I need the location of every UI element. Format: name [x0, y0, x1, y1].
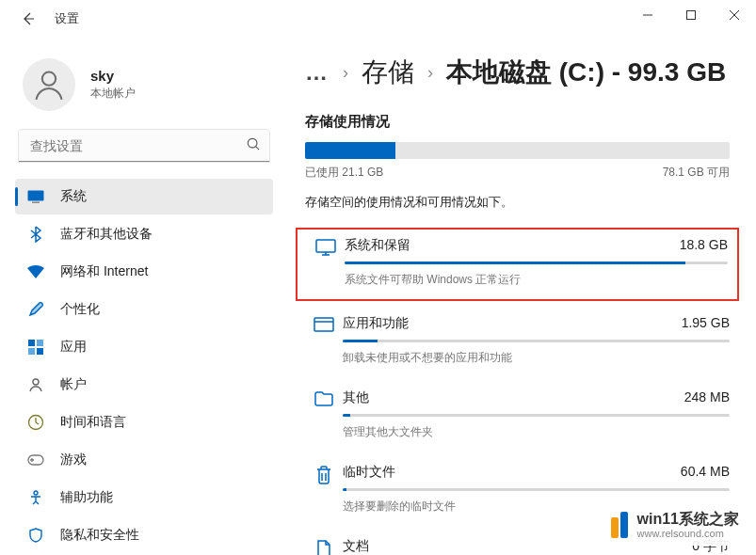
category-title: 文档: [343, 538, 369, 555]
nav-item-bluetooth[interactable]: 蓝牙和其他设备: [15, 216, 273, 252]
svg-rect-8: [37, 348, 43, 355]
category-title: 系统和保留: [345, 237, 410, 254]
system-icon: [26, 187, 45, 206]
account-icon: [26, 375, 45, 394]
watermark: win11系统之家 www.relsound.com: [607, 505, 743, 546]
arrow-left-icon: [21, 11, 36, 26]
total-labels: 已使用 21.1 GB 78.1 GB 可用: [305, 165, 730, 181]
brush-icon: [26, 300, 45, 319]
user-name: sky: [90, 68, 136, 84]
search-wrap: [19, 130, 269, 162]
svg-point-12: [34, 491, 38, 495]
clock-globe-icon: [26, 413, 45, 432]
nav: 系统 蓝牙和其他设备 网络和 Internet 个性化 应用 帐户: [15, 179, 273, 553]
apps-features-icon: [305, 315, 343, 366]
apps-icon: [26, 338, 45, 357]
minimize-icon: [643, 10, 652, 20]
accessibility-icon: [26, 488, 45, 507]
nav-item-personalization[interactable]: 个性化: [15, 292, 273, 327]
svg-point-1: [42, 72, 56, 86]
nav-label: 隐私和安全性: [60, 527, 139, 544]
nav-label: 辅助功能: [60, 489, 113, 506]
nav-item-system[interactable]: 系统: [15, 179, 273, 214]
watermark-logo: [611, 512, 628, 538]
user-subtitle: 本地帐户: [90, 86, 136, 102]
category-apps-features[interactable]: 应用和功能1.95 GB 卸载未使用或不想要的应用和功能: [305, 307, 730, 381]
svg-rect-13: [316, 240, 335, 252]
category-title: 其他: [343, 389, 369, 406]
usage-title: 存储使用情况: [305, 113, 730, 131]
category-size: 1.95 GB: [682, 315, 730, 332]
svg-rect-7: [28, 348, 35, 355]
category-sub: 管理其他大文件夹: [343, 424, 730, 440]
svg-point-9: [33, 379, 39, 385]
category-size: 60.4 MB: [681, 464, 730, 481]
nav-item-gaming[interactable]: 游戏: [15, 442, 273, 478]
close-icon: [730, 10, 739, 20]
gamepad-icon: [26, 451, 45, 469]
category-size: 18.8 GB: [680, 237, 728, 254]
avatar: [23, 58, 75, 111]
user-block[interactable]: sky 本地帐户: [15, 49, 273, 130]
nav-label: 网络和 Internet: [60, 263, 148, 280]
chevron-right-icon: ›: [427, 63, 433, 83]
breadcrumb-more[interactable]: …: [305, 59, 330, 86]
nav-label: 蓝牙和其他设备: [60, 226, 153, 243]
nav-label: 应用: [60, 339, 87, 356]
maximize-button[interactable]: [669, 0, 713, 30]
bluetooth-icon: [26, 225, 45, 244]
sidebar: sky 本地帐户 系统 蓝牙和其他设备 网络和 Internet: [0, 38, 282, 555]
usage-desc: 存储空间的使用情况和可用情况如下。: [305, 194, 730, 211]
free-label: 78.1 GB 可用: [663, 165, 730, 181]
nav-label: 系统: [60, 188, 87, 205]
search-input[interactable]: [19, 130, 269, 162]
svg-rect-14: [314, 318, 333, 331]
svg-rect-0: [687, 11, 696, 20]
svg-rect-4: [32, 202, 40, 204]
search-icon: [247, 137, 260, 154]
svg-rect-6: [37, 340, 43, 346]
svg-point-2: [248, 138, 257, 148]
total-usage-bar: [305, 142, 730, 159]
close-button[interactable]: [713, 0, 756, 30]
nav-item-time-language[interactable]: 时间和语言: [15, 404, 273, 440]
nav-item-accounts[interactable]: 帐户: [15, 367, 273, 403]
nav-label: 帐户: [60, 376, 87, 393]
svg-rect-3: [28, 191, 44, 201]
nav-label: 个性化: [60, 301, 100, 318]
watermark-sub: www.relsound.com: [637, 528, 739, 540]
category-sub: 卸载未使用或不想要的应用和功能: [343, 350, 730, 366]
breadcrumb: … › 存储 › 本地磁盘 (C:) - 99.3 GB: [305, 55, 730, 90]
chevron-right-icon: ›: [343, 63, 348, 83]
nav-label: 时间和语言: [60, 414, 126, 431]
breadcrumb-storage[interactable]: 存储: [362, 55, 414, 90]
app-title: 设置: [55, 10, 79, 27]
category-size: 248 MB: [684, 389, 730, 406]
folder-icon: [305, 389, 343, 440]
category-other[interactable]: 其他248 MB 管理其他大文件夹: [305, 381, 730, 455]
total-used-fill: [305, 142, 395, 159]
documents-icon: [305, 538, 343, 555]
svg-rect-5: [28, 340, 35, 346]
category-system-reserved[interactable]: 系统和保留18.8 GB 系统文件可帮助 Windows 正常运行: [296, 228, 739, 301]
network-icon: [26, 262, 45, 281]
back-button[interactable]: [17, 8, 40, 30]
nav-item-accessibility[interactable]: 辅助功能: [15, 480, 273, 515]
nav-item-privacy[interactable]: 隐私和安全性: [15, 517, 273, 553]
main-content: … › 存储 › 本地磁盘 (C:) - 99.3 GB 存储使用情况 已使用 …: [282, 38, 756, 555]
watermark-main: win11系统之家: [637, 511, 739, 528]
system-reserved-icon: [307, 237, 345, 288]
nav-label: 游戏: [60, 452, 87, 468]
category-title: 临时文件: [343, 464, 395, 481]
shield-icon: [26, 526, 45, 545]
category-sub: 系统文件可帮助 Windows 正常运行: [345, 272, 728, 288]
trash-icon: [305, 464, 343, 515]
maximize-icon: [686, 10, 696, 20]
used-label: 已使用 21.1 GB: [305, 165, 383, 181]
breadcrumb-current: 本地磁盘 (C:) - 99.3 GB: [446, 55, 726, 90]
window-controls: [626, 0, 756, 30]
title-bar: 设置: [0, 0, 756, 38]
nav-item-apps[interactable]: 应用: [15, 329, 273, 365]
minimize-button[interactable]: [626, 0, 669, 30]
nav-item-network[interactable]: 网络和 Internet: [15, 254, 273, 290]
